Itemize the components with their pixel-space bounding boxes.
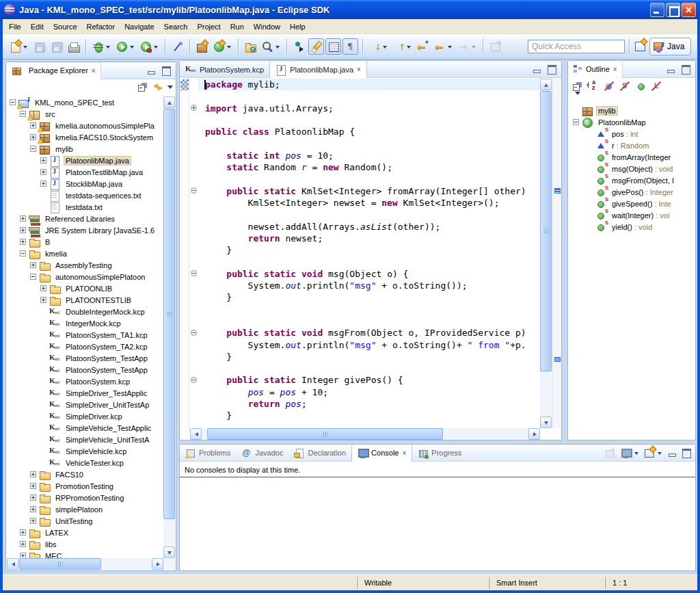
hscroll-thumb[interactable] bbox=[19, 558, 101, 570]
tree-expander-icon[interactable] bbox=[30, 122, 36, 129]
maximize-view-button[interactable] bbox=[161, 66, 171, 75]
close-tab-icon[interactable]: × bbox=[402, 449, 406, 457]
tree-item[interactable]: PLATOONTESTLIB bbox=[7, 294, 163, 306]
debug-button[interactable] bbox=[90, 38, 113, 55]
open-perspective-button[interactable] bbox=[634, 40, 646, 55]
tree-item[interactable]: SimpleDriver_TestApplic bbox=[7, 387, 163, 399]
outline-item[interactable]: PlatoonlibMap bbox=[569, 116, 695, 128]
tree-item[interactable]: simplePlatoon bbox=[7, 503, 163, 515]
code-line[interactable] bbox=[198, 315, 541, 327]
tree-item[interactable]: PromotionTesting bbox=[7, 480, 163, 492]
tree-item[interactable]: KML_mono_SPEC_test bbox=[7, 96, 163, 108]
window-close-button[interactable] bbox=[682, 3, 696, 17]
outline-item[interactable]: mylib bbox=[569, 105, 695, 116]
scroll-up-arrow[interactable] bbox=[540, 79, 552, 90]
editor-tab-platoonsystem-kcp[interactable]: PlatoonSystem.kcp bbox=[180, 61, 269, 78]
new-button[interactable] bbox=[8, 38, 30, 55]
tree-item[interactable]: SimpleDriver.kcp bbox=[7, 410, 163, 422]
code-line[interactable]: public class PlatoonlibMap { bbox=[198, 126, 541, 137]
show-whitespace-button[interactable] bbox=[342, 38, 358, 55]
outline-item[interactable]: SgivePos() : Integer bbox=[569, 186, 695, 198]
code-line[interactable]: } bbox=[198, 244, 541, 256]
tree-expander-icon[interactable] bbox=[40, 297, 46, 303]
outline-item[interactable]: Swait(Integer) : voi bbox=[569, 209, 695, 221]
tree-item[interactable]: PlatoonSystem_TA2.kcp bbox=[7, 341, 163, 352]
code-line[interactable]: public static void msg(Object o) { bbox=[198, 268, 541, 280]
skip-all-breakpoints-button[interactable] bbox=[170, 38, 185, 55]
run-button[interactable] bbox=[114, 38, 137, 55]
fold-collapse-icon[interactable] bbox=[191, 377, 197, 383]
code-line[interactable]: static Random r = new Random(); bbox=[198, 161, 541, 173]
menu-window[interactable]: Window bbox=[249, 21, 285, 33]
tree-item[interactable]: UnitTesting bbox=[7, 515, 163, 527]
outline-item[interactable]: Syield() : void bbox=[569, 221, 695, 233]
sort-icon[interactable] bbox=[588, 81, 599, 92]
tree-item[interactable]: PlatoonTestlibMap.java bbox=[7, 166, 163, 178]
code-line[interactable] bbox=[198, 137, 541, 149]
new-java-project-button[interactable] bbox=[194, 38, 210, 55]
run-external-tools-button[interactable] bbox=[138, 38, 161, 55]
package-explorer-tab[interactable]: Package Explorer × bbox=[6, 62, 101, 79]
code-line[interactable]: public static KmlSet<Integer> fromArray(… bbox=[198, 185, 541, 197]
overview-marker-icon[interactable] bbox=[554, 357, 561, 362]
tree-expander-icon[interactable] bbox=[20, 111, 26, 117]
tree-item[interactable]: PlatoonSystem_TA1.kcp bbox=[7, 329, 163, 341]
tree-item[interactable]: testdata.txt bbox=[7, 201, 163, 213]
outline-item[interactable]: Spos : int bbox=[569, 128, 695, 140]
print-button[interactable] bbox=[66, 38, 81, 55]
code-line[interactable]: import java.util.Arrays; bbox=[198, 103, 541, 114]
tree-expander-icon[interactable] bbox=[20, 239, 26, 245]
tree-expander-icon[interactable] bbox=[30, 471, 36, 477]
tree-expander-icon[interactable] bbox=[30, 483, 36, 489]
menu-project[interactable]: Project bbox=[192, 21, 225, 33]
code-line[interactable]: public static void msgFrom(Object o, IPr… bbox=[198, 327, 541, 339]
tree-item[interactable]: kmelia bbox=[7, 248, 163, 259]
tree-item[interactable]: IntegerMock.kcp bbox=[7, 317, 163, 329]
scroll-left-arrow[interactable] bbox=[7, 558, 18, 570]
tree-expander-icon[interactable] bbox=[30, 146, 36, 152]
hide-fields-icon[interactable] bbox=[604, 81, 615, 92]
tree-item[interactable]: PlatoonSystem.kcp bbox=[7, 375, 163, 387]
tree-expander-icon[interactable] bbox=[40, 181, 46, 187]
code-line[interactable] bbox=[198, 114, 541, 126]
code-line[interactable]: System.out.println("msg" + o.toString()+… bbox=[198, 339, 541, 351]
tree-item[interactable]: PlatoonSystem_TestApp bbox=[7, 352, 163, 364]
fold-collapse-icon[interactable] bbox=[191, 270, 197, 276]
tree-item[interactable]: src bbox=[7, 108, 163, 120]
code-line[interactable]: } bbox=[198, 351, 541, 363]
maximize-view-button[interactable] bbox=[547, 65, 556, 73]
tree-expander-icon[interactable] bbox=[40, 285, 46, 291]
code-line[interactable] bbox=[198, 90, 541, 102]
tree-expander-icon[interactable] bbox=[20, 541, 26, 547]
editor-vscrollbar[interactable] bbox=[540, 79, 552, 428]
tree-expander-icon[interactable] bbox=[30, 495, 36, 501]
tree-item[interactable]: VehicleTester.kcp bbox=[7, 457, 163, 469]
tree-item[interactable]: SimpleVehicle.kcp bbox=[7, 445, 163, 457]
code-line[interactable]: KmlSet<Integer> newset = new KmlSet<Inte… bbox=[198, 197, 541, 209]
tree-expander-icon[interactable] bbox=[30, 518, 36, 524]
package-explorer-hscrollbar[interactable] bbox=[7, 558, 163, 570]
hide-static-members-icon[interactable] bbox=[619, 81, 630, 92]
tree-item[interactable]: RPPromotionTesting bbox=[7, 492, 163, 503]
scroll-down-arrow[interactable] bbox=[163, 546, 175, 558]
tree-item[interactable]: PLATOONLIB bbox=[7, 282, 163, 294]
code-line[interactable]: return newset; bbox=[198, 233, 541, 244]
code-line[interactable]: System.out.println("msg" + o.toString())… bbox=[198, 280, 541, 291]
console-tab-console[interactable]: Console× bbox=[351, 445, 412, 462]
tree-item[interactable]: LATEX bbox=[7, 527, 163, 538]
tree-item[interactable]: SimpleVehicle_UnitTestA bbox=[7, 434, 163, 445]
mark-occurrences-button[interactable] bbox=[308, 38, 324, 55]
console-tab-problems[interactable]: Problems bbox=[180, 445, 236, 462]
minimize-view-button[interactable] bbox=[667, 449, 677, 457]
menu-file[interactable]: File bbox=[4, 21, 26, 33]
display-selected-console-button[interactable] bbox=[621, 447, 639, 459]
open-task-button[interactable] bbox=[291, 38, 307, 55]
quick-access-input[interactable] bbox=[528, 40, 625, 53]
editor-body[interactable]: package mylib;import java.util.Arrays;pu… bbox=[180, 79, 561, 428]
tree-expander-icon[interactable] bbox=[30, 274, 36, 280]
tree-expander-icon[interactable] bbox=[20, 553, 26, 558]
tree-item[interactable]: testdata-sequences.txt bbox=[7, 189, 163, 201]
minimize-view-button[interactable] bbox=[146, 66, 156, 75]
tree-expander-icon[interactable] bbox=[20, 250, 26, 256]
menu-edit[interactable]: Edit bbox=[26, 21, 49, 33]
